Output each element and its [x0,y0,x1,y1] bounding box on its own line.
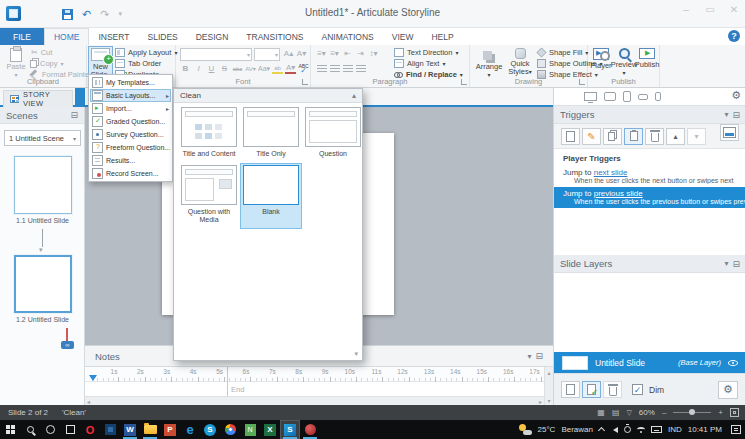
gallery-collapse-icon[interactable] [352,91,356,100]
move-trigger-down-button[interactable]: ▾ [687,128,706,145]
tablet-portrait-icon[interactable] [623,91,631,102]
end-marker-line[interactable] [227,367,228,397]
notes-collapse-icon[interactable] [535,351,543,361]
new-layer-button[interactable] [561,381,580,398]
subscript-button[interactable]: abc [232,63,243,74]
text-highlight-button[interactable]: ab [272,63,283,74]
grow-font-button[interactable]: A▴ [283,48,294,59]
slide-layers-collapse-icon[interactable] [732,259,740,269]
menu-item-survey-question[interactable]: Survey Question... [90,128,171,141]
playhead-icon[interactable] [89,375,97,385]
justify-icon[interactable] [355,63,366,74]
template-blank[interactable]: Blank [240,163,302,229]
tray-overflow-chevron-icon[interactable] [598,427,605,434]
publish-button[interactable]: Publish [636,46,658,80]
scene-selector-dropdown[interactable]: 1 Untitled Scene▾ [4,130,81,146]
chrome-taskbar-icon[interactable] [220,420,240,439]
paste-trigger-button[interactable] [624,128,643,145]
apply-layout-button[interactable]: Apply Layout [115,47,177,58]
font-size-select[interactable] [254,48,280,61]
start-taskbar-icon[interactable] [0,420,20,439]
slide-thumbnail-1[interactable] [14,156,72,214]
active-slide-tab-edge[interactable] [75,88,85,107]
file-explorer-taskbar-icon[interactable] [140,420,160,439]
timeline-ruler[interactable]: 1s2s3s4s5s6s7s8s9s10s11s12s13s14s15s16s1… [85,367,544,382]
tab-help[interactable]: HELP [422,28,462,45]
story-view-status-icon[interactable]: ▦ [597,408,605,417]
font-color-button[interactable]: A▾ [285,63,296,74]
menu-item-my-templates[interactable]: My Templates... [90,76,171,89]
paragraph-dialog-launcher-icon[interactable] [461,79,467,85]
sync-status-icon[interactable] [624,426,631,433]
change-case-button[interactable]: Aa▾ [258,63,270,74]
storyline-taskbar-icon[interactable]: S [280,420,300,439]
delete-trigger-button[interactable] [645,128,664,145]
zoom-slider-knob[interactable] [689,409,695,415]
desktop-preview-icon[interactable] [584,92,597,101]
align-center-icon[interactable] [329,63,340,74]
skype-taskbar-icon[interactable]: S [200,420,220,439]
powerpoint-taskbar-icon[interactable]: P [160,420,180,439]
delete-layer-button[interactable] [603,381,622,398]
cortana-taskbar-icon[interactable] [40,420,60,439]
layer-properties-gear-icon[interactable] [718,381,738,399]
search-taskbar-icon[interactable] [20,420,40,439]
tab-design[interactable]: DESIGN [187,28,238,45]
shrink-font-button[interactable]: A▾ [296,48,307,59]
bold-button[interactable]: B [180,63,191,74]
scenes-collapse-icon[interactable] [70,110,78,120]
tab-insert[interactable]: INSERT [89,28,138,45]
decrease-indent-icon[interactable]: ⇤ [342,48,353,59]
bullets-icon[interactable]: ≡▾ [316,48,327,59]
template-title-and-content[interactable]: Title and Content [178,105,240,161]
tab-order-button[interactable]: Tab Order [115,58,177,69]
edit-trigger-button[interactable] [582,128,601,145]
template-question-with-media[interactable]: Question with Media [178,163,240,219]
tab-animations[interactable]: ANIMATIONS [312,28,382,45]
player-button[interactable]: Player [590,46,612,80]
layer-visibility-eye-icon[interactable] [728,360,738,366]
menu-item-results[interactable]: Results... [90,154,171,167]
weather-condition[interactable]: Berawan [561,425,593,434]
filter-status-icon[interactable]: ▽ [626,409,631,417]
word-taskbar-icon[interactable]: W [120,420,140,439]
dim-checkbox[interactable]: ✓ [632,384,643,395]
menu-item-freeform-question[interactable]: Freeform Question... [90,141,171,154]
base-layer-row[interactable]: Untitled Slide (Base Layer) [554,352,745,373]
task-view-taskbar-icon[interactable] [60,420,80,439]
align-text-button[interactable]: Align Text [394,58,463,69]
slide-view-status-icon[interactable]: ▤ [612,408,620,417]
numbering-icon[interactable]: ≡▾ [329,48,340,59]
zoom-in-button[interactable]: + [718,408,723,417]
maximize-button[interactable] [703,4,717,15]
edge-taskbar-icon[interactable]: e [180,420,200,439]
increase-indent-icon[interactable]: ⇥ [355,48,366,59]
move-trigger-up-button[interactable]: ▴ [666,128,685,145]
slide-thumbnail-2[interactable] [14,255,72,313]
trigger-wizard-button[interactable] [720,124,739,141]
tablet-landscape-icon[interactable] [604,92,616,101]
copy-button[interactable]: Copy [31,58,92,69]
arrange-button[interactable]: Arrange [474,46,504,80]
line-spacing-icon[interactable]: ↕▾ [368,48,379,59]
excel-taskbar-icon[interactable]: X [260,420,280,439]
fit-to-window-icon[interactable] [730,408,739,417]
tab-slides[interactable]: SLIDES [138,28,186,45]
app-red-taskbar-icon[interactable] [300,420,320,439]
trigger-item-previous-slide[interactable]: Jump to previous slide When the user cli… [554,187,745,208]
story-view-tab[interactable]: STORY VIEW [3,90,73,107]
minimize-button[interactable] [679,4,693,15]
notes-app-taskbar-icon[interactable]: N [240,420,260,439]
opera-taskbar-icon[interactable]: O [80,420,100,439]
drawing-dialog-launcher-icon[interactable] [579,79,585,85]
preview-button[interactable]: Preview [613,46,635,80]
strikethrough-button[interactable]: S [219,63,230,74]
menu-item-graded-question[interactable]: Graded Question... [90,115,171,128]
copy-trigger-button[interactable] [603,128,622,145]
tab-home[interactable]: HOME [44,28,90,45]
weather-temperature[interactable]: 25°C [538,425,556,434]
font-dialog-launcher-icon[interactable] [302,79,308,85]
template-question[interactable]: Question [302,105,364,161]
menu-item-import[interactable]: Import... [90,102,171,115]
template-title-only[interactable]: Title Only [240,105,302,161]
